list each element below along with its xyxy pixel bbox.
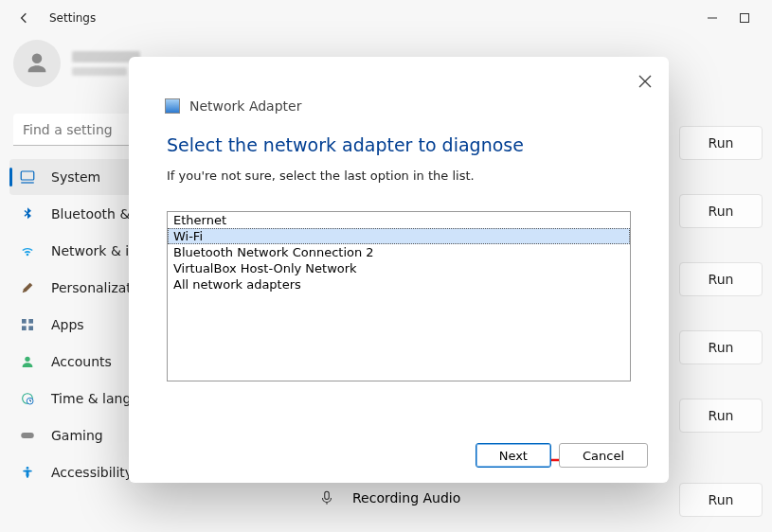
sidebar-item-label: Gaming	[51, 428, 103, 443]
back-button[interactable]	[11, 5, 38, 31]
bluetooth-icon	[19, 205, 36, 222]
list-item[interactable]: VirtualBox Host-Only Network	[168, 260, 630, 276]
run-button[interactable]: Run	[679, 126, 763, 160]
sidebar-item-label: Apps	[51, 317, 84, 332]
microphone-icon	[318, 489, 335, 506]
next-button[interactable]: Next	[476, 443, 551, 468]
run-button[interactable]: Run	[679, 483, 763, 517]
close-button[interactable]	[638, 72, 652, 92]
adapter-listbox[interactable]: Ethernet Wi-Fi Bluetooth Network Connect…	[167, 211, 631, 381]
run-button[interactable]: Run	[679, 399, 763, 433]
svg-point-8	[25, 357, 29, 362]
sidebar-item-label: Accessibility	[51, 465, 133, 480]
list-item[interactable]: Bluetooth Network Connection 2	[168, 244, 630, 260]
minimize-button[interactable]	[706, 11, 719, 25]
svg-rect-1	[741, 14, 749, 23]
list-item[interactable]: Wi-Fi	[168, 228, 630, 244]
gamepad-icon	[19, 427, 36, 444]
svg-rect-2	[21, 171, 34, 180]
troubleshooter-label: Recording Audio	[352, 490, 460, 505]
avatar	[13, 40, 61, 87]
window-title: Settings	[49, 11, 96, 25]
troubleshooter-row[interactable]: Recording Audio	[318, 489, 460, 506]
apps-icon	[19, 316, 36, 333]
run-button[interactable]: Run	[679, 330, 763, 364]
svg-rect-11	[21, 433, 34, 438]
svg-rect-6	[22, 326, 27, 330]
dialog-title: Network Adapter	[189, 98, 301, 114]
globe-clock-icon	[19, 390, 36, 407]
network-adapter-dialog: Network Adapter Select the network adapt…	[129, 57, 669, 483]
sidebar-item-label: System	[51, 169, 100, 185]
window-controls	[706, 11, 761, 25]
wifi-icon	[19, 242, 36, 259]
person-icon	[19, 353, 36, 370]
troubleshooter-icon	[165, 98, 180, 114]
dialog-heading: Select the network adapter to diagnose	[129, 114, 669, 155]
system-icon	[19, 168, 36, 186]
svg-rect-4	[22, 319, 27, 324]
svg-point-12	[27, 467, 29, 470]
svg-rect-5	[28, 319, 33, 324]
sidebar-item-label: Accounts	[51, 354, 112, 369]
brush-icon	[19, 279, 36, 296]
dialog-subtext: If you're not sure, select the last opti…	[129, 155, 669, 183]
svg-rect-7	[28, 326, 33, 330]
accessibility-icon	[19, 464, 36, 481]
svg-rect-13	[325, 491, 330, 499]
run-button[interactable]: Run	[679, 262, 763, 296]
run-button[interactable]: Run	[679, 194, 763, 228]
cancel-button[interactable]: Cancel	[559, 443, 648, 468]
list-item[interactable]: All network adapters	[168, 276, 630, 293]
run-buttons-column: Run Run Run Run Run	[679, 126, 763, 433]
maximize-button[interactable]	[738, 11, 751, 25]
list-item[interactable]: Ethernet	[168, 212, 630, 228]
